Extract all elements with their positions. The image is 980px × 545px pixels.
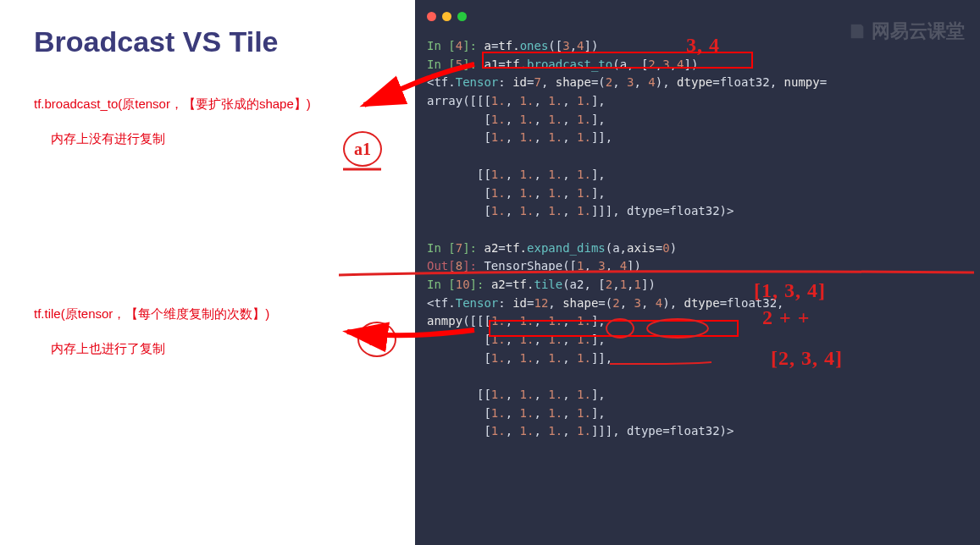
slide-left-panel: Broadcast VS Tile tf.broadcast_to(原tenso…: [0, 0, 415, 545]
tile-signature: tf.tile(原tensor，【每个维度复制的次数】): [34, 302, 398, 325]
close-dot-icon[interactable]: [427, 12, 436, 21]
slide-container: Broadcast VS Tile tf.broadcast_to(原tenso…: [0, 0, 980, 545]
terminal-panel: 网易云课堂 In [4]: a=tf.ones([3,4]) In [5]: a…: [415, 0, 980, 545]
zoom-dot-icon[interactable]: [457, 12, 467, 21]
minimize-dot-icon[interactable]: [442, 12, 451, 21]
terminal-output: In [4]: a=tf.ones([3,4]) In [5]: a1=tf.b…: [415, 5, 980, 448]
broadcast-memory-note: 内存上没有进行复制: [51, 127, 398, 150]
watermark-icon: [848, 22, 866, 41]
tile-memory-note: 内存上也进行了复制: [51, 337, 398, 360]
broadcast-note-block: tf.broadcast_to(原tensor，【要扩张成的shape】) 内存…: [34, 92, 398, 150]
window-traffic-lights: [427, 12, 467, 21]
broadcast-signature: tf.broadcast_to(原tensor，【要扩张成的shape】): [34, 92, 398, 115]
watermark-label: 网易云课堂: [848, 19, 965, 44]
slide-title: Broadcast VS Tile: [34, 25, 398, 58]
tile-note-block: tf.tile(原tensor，【每个维度复制的次数】) 内存上也进行了复制: [34, 302, 398, 360]
